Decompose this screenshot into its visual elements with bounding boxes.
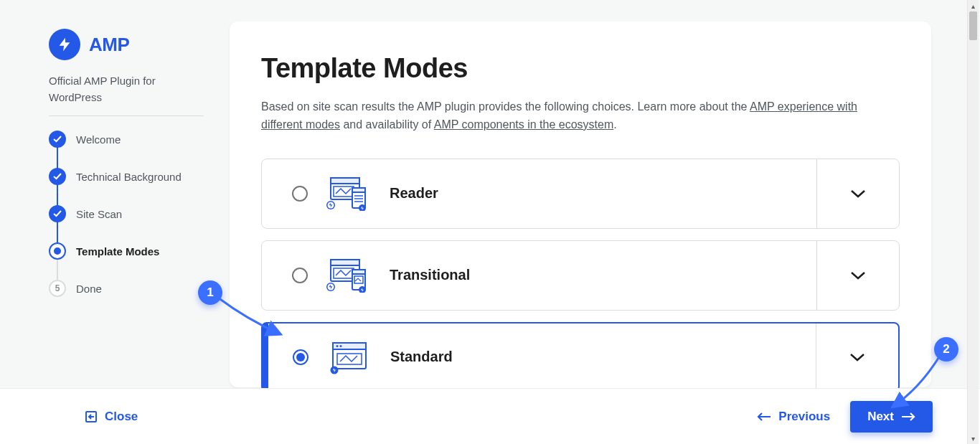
exit-icon xyxy=(85,410,98,423)
radio-unchecked-icon[interactable] xyxy=(292,186,308,202)
amp-logo-icon xyxy=(49,29,80,60)
expand-toggle[interactable] xyxy=(816,241,899,310)
option-label: Standard xyxy=(390,349,453,365)
reader-mode-icon xyxy=(326,176,371,211)
wizard-steps: Welcome Technical Background Site Scan T… xyxy=(49,131,204,297)
scroll-up-icon[interactable]: ▴ xyxy=(968,0,979,11)
wizard-sidebar: AMP Official AMP Plugin for WordPress We… xyxy=(0,14,230,387)
step-label: Site Scan xyxy=(76,208,122,220)
option-standard[interactable]: Standard xyxy=(261,322,900,392)
option-transitional[interactable]: Transitional xyxy=(261,240,900,311)
svg-point-23 xyxy=(340,345,342,347)
annotation-1-badge: 1 xyxy=(198,280,222,305)
option-reader[interactable]: Reader xyxy=(261,159,900,229)
step-template-modes[interactable]: Template Modes xyxy=(49,242,204,280)
svg-rect-12 xyxy=(331,260,359,265)
step-done: 5 Done xyxy=(49,280,204,297)
step-label: Technical Background xyxy=(76,171,182,183)
annotation-2-arrow xyxy=(888,351,946,416)
annotation-2-badge: 2 xyxy=(934,337,958,362)
svg-rect-15 xyxy=(352,270,365,274)
annotation-1-arrow xyxy=(211,287,297,344)
transitional-mode-icon xyxy=(326,258,371,293)
previous-button[interactable]: Previous xyxy=(757,410,830,424)
page-description: Based on site scan results the AMP plugi… xyxy=(261,98,900,134)
check-icon xyxy=(49,168,66,185)
brand-subtitle: Official AMP Plugin for WordPress xyxy=(49,73,204,105)
content-card: Template Modes Based on site scan result… xyxy=(230,22,931,387)
brand-name: AMP xyxy=(89,34,129,56)
option-label: Transitional xyxy=(390,267,470,283)
svg-rect-1 xyxy=(331,178,359,184)
step-site-scan[interactable]: Site Scan xyxy=(49,205,204,242)
standard-mode-icon xyxy=(327,340,372,374)
vertical-scrollbar[interactable]: ▴ ▾ xyxy=(967,0,979,444)
scroll-down-icon[interactable]: ▾ xyxy=(968,433,979,444)
expand-toggle[interactable] xyxy=(816,159,899,228)
expand-toggle[interactable] xyxy=(816,323,898,391)
svg-rect-4 xyxy=(352,188,365,192)
radio-checked-icon[interactable] xyxy=(293,349,308,365)
step-label: Welcome xyxy=(76,133,121,146)
option-label: Reader xyxy=(390,185,438,202)
radio-unchecked-icon[interactable] xyxy=(292,268,308,283)
scrollbar-thumb[interactable] xyxy=(969,11,977,40)
close-button[interactable]: Close xyxy=(85,410,138,424)
step-technical-background[interactable]: Technical Background xyxy=(49,168,204,205)
svg-point-22 xyxy=(336,345,339,347)
wizard-main: Template Modes Based on site scan result… xyxy=(230,14,980,387)
brand-row: AMP xyxy=(49,29,204,60)
arrow-left-icon xyxy=(757,412,771,422)
chevron-down-icon xyxy=(849,353,865,362)
step-label: Template Modes xyxy=(76,245,159,258)
current-step-icon xyxy=(49,242,66,260)
future-step-icon: 5 xyxy=(49,280,66,297)
step-label: Done xyxy=(76,283,102,295)
chevron-down-icon xyxy=(850,271,866,280)
page-title: Template Modes xyxy=(261,53,900,84)
link-amp-ecosystem[interactable]: AMP components in the ecosystem xyxy=(434,118,614,131)
chevron-down-icon xyxy=(850,189,866,198)
check-icon xyxy=(49,205,66,222)
template-mode-options: Reader xyxy=(261,159,900,392)
step-welcome[interactable]: Welcome xyxy=(49,131,204,168)
check-icon xyxy=(49,131,66,148)
sidebar-divider xyxy=(49,115,204,116)
wizard-footer: Close Previous Next xyxy=(0,388,980,444)
